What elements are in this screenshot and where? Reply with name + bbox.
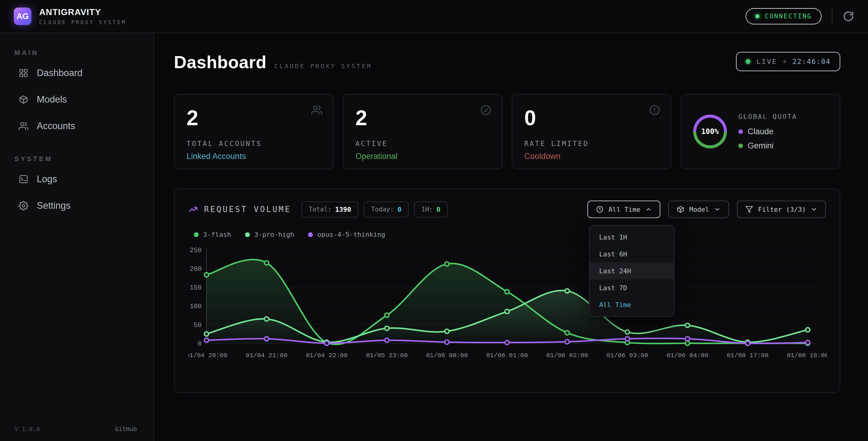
dropdown-item-last-24h[interactable]: Last 24H bbox=[590, 262, 674, 279]
svg-text:01/06 02:00: 01/06 02:00 bbox=[547, 352, 588, 359]
app-title: ANTIGRAVITY bbox=[39, 7, 126, 17]
dropdown-item-all-time[interactable]: All Time bbox=[590, 296, 674, 313]
series-dot-icon bbox=[308, 232, 313, 237]
sidebar-item-settings[interactable]: Settings bbox=[0, 193, 154, 219]
live-label: LIVE bbox=[756, 58, 777, 65]
stat-value: 0 bbox=[524, 106, 659, 130]
sidebar-section-main: MAIN bbox=[0, 33, 154, 60]
check-circle-icon bbox=[480, 105, 491, 116]
github-link[interactable]: GitHub bbox=[115, 425, 137, 433]
terminal-icon bbox=[19, 174, 28, 184]
sidebar-item-label: Dashboard bbox=[37, 67, 83, 79]
clock-time: 22:46:04 bbox=[792, 58, 831, 65]
svg-text:01/04 22:00: 01/04 22:00 bbox=[306, 352, 348, 359]
dropdown-item-last-7d[interactable]: Last 7D bbox=[590, 279, 674, 296]
chip-1h-value: 0 bbox=[436, 206, 440, 213]
gear-icon bbox=[19, 201, 28, 210]
svg-text:0: 0 bbox=[198, 340, 202, 348]
chip-total-value: 1390 bbox=[335, 206, 351, 213]
svg-text:01/04 21:00: 01/04 21:00 bbox=[246, 352, 287, 359]
request-volume-panel: REQUEST VOLUME Total: 1390 Today: 0 1H: … bbox=[174, 188, 840, 393]
alert-circle-icon bbox=[649, 105, 660, 116]
chevron-down-icon bbox=[714, 206, 721, 213]
chip-today: Today: 0 bbox=[364, 202, 409, 217]
legend-item-3-flash: 3-flash bbox=[194, 231, 231, 238]
time-range-button[interactable]: All Time bbox=[587, 201, 660, 218]
live-badge: LIVE 22:46:04 bbox=[736, 52, 840, 71]
divider bbox=[832, 9, 832, 23]
svg-text:01/06 03:00: 01/06 03:00 bbox=[607, 352, 648, 359]
svg-text:01/06 04:00: 01/06 04:00 bbox=[667, 352, 709, 359]
sidebar-footer: V 1.0.0 GitHub bbox=[14, 425, 137, 433]
quota-percent: 100% bbox=[701, 127, 719, 136]
app-logo: AG bbox=[14, 7, 31, 25]
series-dot-icon bbox=[194, 232, 198, 237]
quota-legend-claude: Claude bbox=[738, 127, 797, 136]
quota-title: GLOBAL QUOTA bbox=[738, 113, 797, 120]
sidebar-item-accounts[interactable]: Accounts bbox=[0, 113, 154, 139]
sidebar-item-label: Models bbox=[37, 94, 67, 105]
users-icon bbox=[311, 105, 322, 116]
svg-text:250: 250 bbox=[190, 247, 202, 254]
stat-value: 2 bbox=[355, 106, 490, 130]
dropdown-item-last-1h[interactable]: Last 1H bbox=[590, 229, 674, 245]
dropdown-item-last-6h[interactable]: Last 6H bbox=[590, 245, 674, 262]
page-subtitle: CLAUDE PROXY SYSTEM bbox=[274, 62, 372, 70]
stat-sublabel: Operational bbox=[355, 152, 490, 161]
card-total-accounts: 2 TOTAL ACCOUNTS Linked Accounts bbox=[174, 94, 334, 169]
sidebar-item-dashboard[interactable]: Dashboard bbox=[0, 60, 154, 86]
top-bar: AG ANTIGRAVITY CLAUDE PROXY SYSTEM CONNE… bbox=[0, 0, 868, 33]
legend-item-opus: opus-4-5-thinking bbox=[308, 231, 385, 238]
page-header: Dashboard CLAUDE PROXY SYSTEM LIVE 22:46… bbox=[174, 52, 840, 72]
status-dot-icon bbox=[755, 14, 760, 19]
series-dot-icon bbox=[245, 232, 250, 237]
sidebar: MAIN Dashboard Models Accounts SYSTEM Lo… bbox=[0, 33, 154, 441]
sidebar-item-label: Accounts bbox=[37, 121, 75, 131]
brand: ANTIGRAVITY CLAUDE PROXY SYSTEM bbox=[39, 7, 126, 25]
live-dot-icon bbox=[746, 59, 750, 64]
main-content: Dashboard CLAUDE PROXY SYSTEM LIVE 22:46… bbox=[154, 33, 868, 441]
page-title: Dashboard bbox=[174, 52, 267, 72]
sidebar-item-logs[interactable]: Logs bbox=[0, 166, 154, 193]
legend-item-3-pro-high: 3-pro-high bbox=[245, 231, 294, 238]
quota-donut-chart: 100% bbox=[693, 115, 727, 148]
connection-status-pill[interactable]: CONNECTING bbox=[746, 8, 822, 24]
filter-button[interactable]: Filter (3/3) bbox=[737, 201, 826, 218]
users-icon bbox=[19, 121, 28, 131]
logo-text: AG bbox=[17, 12, 29, 21]
stat-label: ACTIVE bbox=[355, 140, 490, 147]
refresh-icon[interactable] bbox=[843, 10, 854, 22]
card-active: 2 ACTIVE Operational bbox=[343, 94, 502, 169]
version-label: V 1.0.0 bbox=[14, 425, 40, 433]
svg-text:50: 50 bbox=[194, 322, 202, 329]
sidebar-item-models[interactable]: Models bbox=[0, 86, 154, 113]
grid-icon bbox=[19, 68, 28, 78]
stat-cards-row: 2 TOTAL ACCOUNTS Linked Accounts 2 ACTIV… bbox=[174, 94, 840, 169]
claude-dot-icon bbox=[738, 129, 743, 134]
card-global-quota: 100% GLOBAL QUOTA Claude Gemini bbox=[681, 94, 840, 169]
stat-value: 2 bbox=[187, 106, 321, 130]
chip-1h: 1H: 0 bbox=[414, 202, 447, 217]
chevron-up-icon bbox=[645, 206, 652, 213]
svg-text:150: 150 bbox=[190, 284, 202, 292]
svg-text:01/08 18:00: 01/08 18:00 bbox=[787, 352, 827, 359]
topbar-right: CONNECTING bbox=[746, 8, 854, 24]
stat-sublabel: Cooldown bbox=[524, 152, 659, 161]
clock-icon bbox=[596, 205, 604, 213]
request-volume-chart: 05010015020025001/04 20:0001/04 21:0001/… bbox=[188, 245, 826, 369]
quota-legend-gemini: Gemini bbox=[738, 141, 797, 150]
app-subtitle: CLAUDE PROXY SYSTEM bbox=[39, 19, 126, 25]
sidebar-item-label: Logs bbox=[37, 174, 57, 185]
chart-legend: 3-flash 3-pro-high opus-4-5-thinking bbox=[188, 231, 826, 238]
chart-controls: All Time Model Filter (3/3) bbox=[587, 201, 826, 218]
stat-chips: Total: 1390 Today: 0 1H: 0 bbox=[301, 202, 447, 217]
svg-text:200: 200 bbox=[190, 265, 202, 273]
trending-up-icon bbox=[188, 205, 198, 214]
chip-total: Total: 1390 bbox=[301, 202, 358, 217]
gemini-dot-icon bbox=[738, 144, 743, 148]
cube-icon bbox=[19, 95, 28, 105]
chip-today-value: 0 bbox=[398, 206, 401, 213]
quota-legend-label: Claude bbox=[748, 127, 774, 136]
svg-text:01/05 23:00: 01/05 23:00 bbox=[366, 352, 408, 359]
model-filter-button[interactable]: Model bbox=[668, 201, 729, 218]
